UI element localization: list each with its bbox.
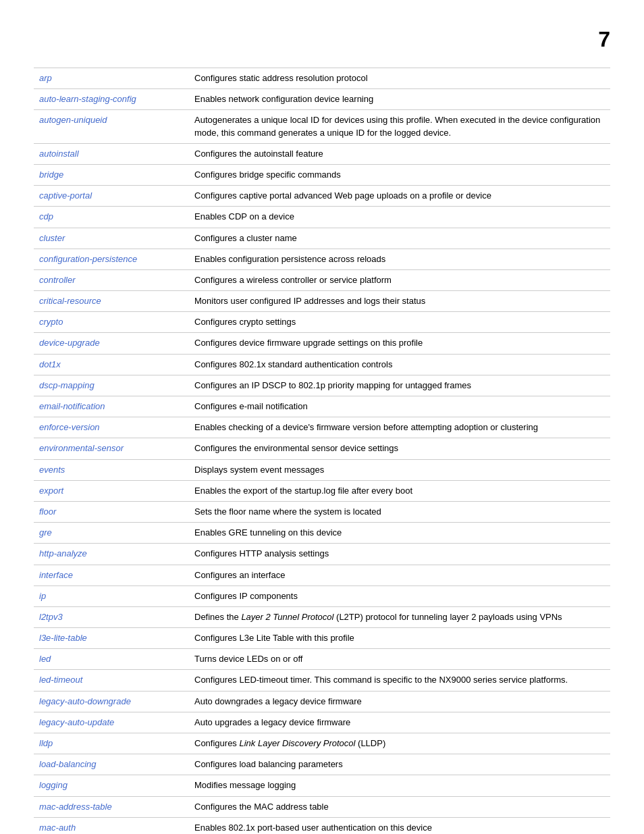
command-description: Autogenerates a unique local ID for devi… <box>189 110 610 143</box>
command-description: Configures 802.1x standard authenticatio… <box>189 354 610 375</box>
command-description: Configures bridge specific commands <box>189 164 610 185</box>
command-description: Configures crypto settings <box>189 312 610 333</box>
table-row: mac-authEnables 802.1x port-based user a… <box>34 817 610 834</box>
command-name: enforce-version <box>34 417 189 438</box>
command-name: environmental-sensor <box>34 438 189 459</box>
table-row: autogen-uniqueidAutogenerates a unique l… <box>34 110 610 143</box>
table-row: interfaceConfigures an interface <box>34 565 610 585</box>
command-name: events <box>34 459 189 480</box>
table-row: environmental-sensorConfigures the envir… <box>34 438 610 459</box>
command-name: floor <box>34 501 189 522</box>
command-description: Configures Link Layer Discovery Protocol… <box>189 733 610 754</box>
table-row: captive-portalConfigures captive portal … <box>34 186 610 207</box>
command-name: lldp <box>34 733 189 754</box>
table-row: configuration-persistenceEnables configu… <box>34 249 610 269</box>
table-row: legacy-auto-updateAuto upgrades a legacy… <box>34 712 610 733</box>
command-description: Enables 802.1x port-based user authentic… <box>189 817 610 834</box>
command-name: autoinstall <box>34 143 189 164</box>
command-name: logging <box>34 775 189 796</box>
command-name: interface <box>34 565 189 585</box>
command-description: Auto downgrades a legacy device firmware <box>189 691 610 712</box>
command-description: Configures L3e Lite Table with this prof… <box>189 628 610 649</box>
command-name: arp <box>34 68 189 89</box>
table-row: controllerConfigures a wireless controll… <box>34 269 610 290</box>
content-area: arpConfigures static address resolution … <box>0 0 644 834</box>
table-row: exportEnables the export of the startup.… <box>34 480 610 501</box>
command-description: Configures the environmental sensor devi… <box>189 438 610 459</box>
command-name: cdp <box>34 207 189 228</box>
command-description: Configures device firmware upgrade setti… <box>189 333 610 354</box>
command-description: Enables GRE tunneling on this device <box>189 523 610 544</box>
command-name: l3e-lite-table <box>34 628 189 649</box>
table-row: clusterConfigures a cluster name <box>34 228 610 249</box>
table-row: http-analyzeConfigures HTTP analysis set… <box>34 544 610 565</box>
table-row: greEnables GRE tunneling on this device <box>34 523 610 544</box>
table-row: enforce-versionEnables checking of a dev… <box>34 417 610 438</box>
command-name: export <box>34 480 189 501</box>
command-name: autogen-uniqueid <box>34 110 189 143</box>
table-row: lldpConfigures Link Layer Discovery Prot… <box>34 733 610 754</box>
command-description: Displays system event messages <box>189 459 610 480</box>
command-name: l2tpv3 <box>34 606 189 627</box>
table-row: l2tpv3Defines the Layer 2 Tunnel Protoco… <box>34 606 610 627</box>
command-name: dot1x <box>34 354 189 375</box>
command-name: email-notification <box>34 396 189 417</box>
command-description: Configures static address resolution pro… <box>189 68 610 89</box>
command-description: Sets the floor name where the system is … <box>189 501 610 522</box>
command-name: device-upgrade <box>34 333 189 354</box>
command-name: legacy-auto-downgrade <box>34 691 189 712</box>
table-row: arpConfigures static address resolution … <box>34 68 610 89</box>
table-row: l3e-lite-tableConfigures L3e Lite Table … <box>34 628 610 649</box>
command-description: Configures the MAC address table <box>189 796 610 817</box>
table-row: cryptoConfigures crypto settings <box>34 312 610 333</box>
table-row: auto-learn-staging-configEnables network… <box>34 89 610 110</box>
table-row: email-notificationConfigures e-mail noti… <box>34 396 610 417</box>
command-description: Enables CDP on a device <box>189 207 610 228</box>
command-name: configuration-persistence <box>34 249 189 269</box>
command-description: Configures LED-timeout timer. This comma… <box>189 670 610 691</box>
command-description: Auto upgrades a legacy device firmware <box>189 712 610 733</box>
command-name: cluster <box>34 228 189 249</box>
table-row: mac-address-tableConfigures the MAC addr… <box>34 796 610 817</box>
command-name: led-timeout <box>34 670 189 691</box>
command-description: Configures an interface <box>189 565 610 585</box>
table-row: dot1xConfigures 802.1x standard authenti… <box>34 354 610 375</box>
command-name: led <box>34 649 189 670</box>
command-description: Enables checking of a device's firmware … <box>189 417 610 438</box>
table-row: bridgeConfigures bridge specific command… <box>34 164 610 185</box>
command-name: dscp-mapping <box>34 375 189 396</box>
command-description: Turns device LEDs on or off <box>189 649 610 670</box>
table-row: load-balancingConfigures load balancing … <box>34 754 610 775</box>
command-description: Modifies message logging <box>189 775 610 796</box>
command-name: mac-auth <box>34 817 189 834</box>
command-description: Enables network configuration device lea… <box>189 89 610 110</box>
command-description: Enables the export of the startup.log fi… <box>189 480 610 501</box>
command-description: Configures HTTP analysis settings <box>189 544 610 565</box>
command-name: bridge <box>34 164 189 185</box>
table-row: floorSets the floor name where the syste… <box>34 501 610 522</box>
page-number: 7 <box>598 27 610 52</box>
table-row: critical-resourceMonitors user configure… <box>34 291 610 312</box>
table-row: eventsDisplays system event messages <box>34 459 610 480</box>
command-name: gre <box>34 523 189 544</box>
command-name: critical-resource <box>34 291 189 312</box>
command-description: Configures captive portal advanced Web p… <box>189 186 610 207</box>
table-row: ledTurns device LEDs on or off <box>34 649 610 670</box>
table-row: device-upgradeConfigures device firmware… <box>34 333 610 354</box>
command-description: Defines the Layer 2 Tunnel Protocol (L2T… <box>189 606 610 627</box>
command-description: Configures IP components <box>189 585 610 606</box>
command-description: Configures a wireless controller or serv… <box>189 269 610 290</box>
command-name: crypto <box>34 312 189 333</box>
command-name: auto-learn-staging-config <box>34 89 189 110</box>
table-row: dscp-mappingConfigures an IP DSCP to 802… <box>34 375 610 396</box>
command-name: load-balancing <box>34 754 189 775</box>
table-row: ipConfigures IP components <box>34 585 610 606</box>
command-name: mac-address-table <box>34 796 189 817</box>
command-name: captive-portal <box>34 186 189 207</box>
command-table: arpConfigures static address resolution … <box>34 68 610 834</box>
table-row: loggingModifies message logging <box>34 775 610 796</box>
command-description: Configures the autoinstall feature <box>189 143 610 164</box>
command-description: Configures an IP DSCP to 802.1p priority… <box>189 375 610 396</box>
table-row: autoinstallConfigures the autoinstall fe… <box>34 143 610 164</box>
table-row: legacy-auto-downgradeAuto downgrades a l… <box>34 691 610 712</box>
